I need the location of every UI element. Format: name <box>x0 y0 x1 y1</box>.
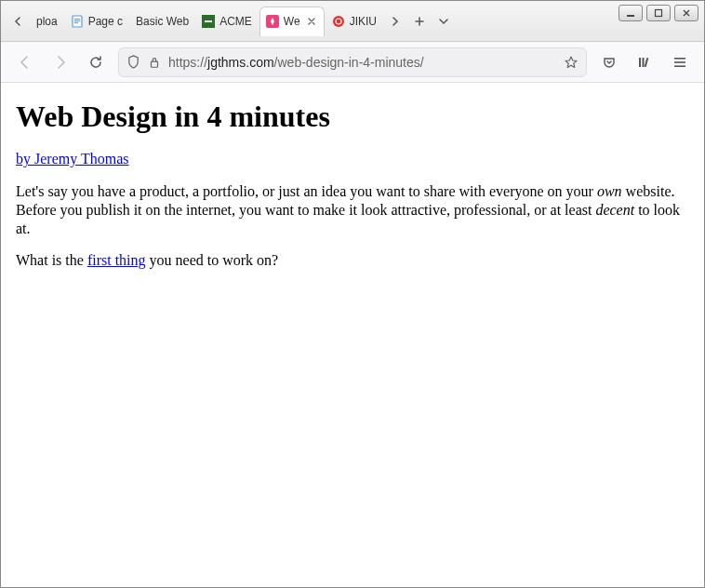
doc-icon <box>71 15 84 28</box>
forward-button[interactable] <box>47 49 73 75</box>
svg-rect-2 <box>74 20 80 21</box>
tab-label: We <box>284 15 300 28</box>
svg-rect-15 <box>674 58 685 60</box>
question-paragraph: What is the first thing you need to work… <box>16 251 689 270</box>
svg-rect-16 <box>674 61 685 63</box>
titlebar: ploa Page c Basic Web ACME We <box>1 1 704 42</box>
tab-4-active[interactable]: We <box>259 7 325 36</box>
close-window-button[interactable] <box>674 5 698 21</box>
pocket-button[interactable] <box>596 49 622 75</box>
spiral-icon <box>332 15 345 28</box>
svg-rect-10 <box>656 10 662 17</box>
intro-paragraph: Let's say you have a product, a portfoli… <box>16 182 689 238</box>
svg-rect-13 <box>643 58 645 67</box>
window-controls <box>619 1 698 21</box>
tab-label: ploa <box>36 15 58 28</box>
svg-rect-17 <box>674 65 685 67</box>
tab-scroll-left[interactable] <box>7 8 29 34</box>
tab-label: JIKIU <box>350 15 377 28</box>
svg-rect-1 <box>74 19 80 20</box>
back-button[interactable] <box>12 49 38 75</box>
address-bar[interactable]: https://jgthms.com/web-design-in-4-minut… <box>118 47 587 77</box>
nav-toolbar: https://jgthms.com/web-design-in-4-minut… <box>1 42 704 83</box>
maximize-button[interactable] <box>646 5 671 21</box>
page-title: Web Design in 4 minutes <box>16 100 689 134</box>
url-text: https://jgthms.com/web-design-in-4-minut… <box>168 55 556 70</box>
jt-icon <box>266 15 279 28</box>
svg-rect-5 <box>205 20 212 22</box>
svg-rect-12 <box>639 58 641 67</box>
lock-icon[interactable] <box>148 56 161 69</box>
acme-icon <box>202 15 215 28</box>
tab-1[interactable]: Page c <box>65 7 128 36</box>
tab-2[interactable]: Basic Web <box>130 7 194 36</box>
tab-strip: ploa Page c Basic Web ACME We <box>7 7 619 36</box>
shield-icon[interactable] <box>126 55 140 69</box>
library-button[interactable] <box>632 49 658 75</box>
svg-rect-14 <box>645 57 649 66</box>
svg-rect-11 <box>152 61 158 67</box>
tab-5[interactable]: JIKIU <box>326 7 382 36</box>
tab-label: ACME <box>219 15 252 28</box>
reload-button[interactable] <box>83 49 109 75</box>
minimize-button[interactable] <box>619 5 643 21</box>
tab-label: Basic Web <box>136 15 189 28</box>
page-content: Web Design in 4 minutes by Jeremy Thomas… <box>1 83 704 588</box>
byline-link[interactable]: by Jeremy Thomas <box>16 151 128 167</box>
svg-rect-3 <box>74 22 78 23</box>
tab-0[interactable]: ploa <box>31 7 63 36</box>
svg-rect-9 <box>627 15 634 17</box>
tab-3[interactable]: ACME <box>196 7 258 36</box>
close-icon[interactable] <box>305 15 318 28</box>
tab-label: Page c <box>88 15 123 28</box>
svg-point-7 <box>333 16 344 27</box>
all-tabs-button[interactable] <box>432 8 455 34</box>
tab-scroll-right[interactable] <box>384 8 406 34</box>
first-thing-link[interactable]: first thing <box>87 252 146 268</box>
app-menu-button[interactable] <box>667 49 693 75</box>
new-tab-button[interactable] <box>408 8 431 34</box>
bookmark-star-icon[interactable] <box>564 55 579 70</box>
